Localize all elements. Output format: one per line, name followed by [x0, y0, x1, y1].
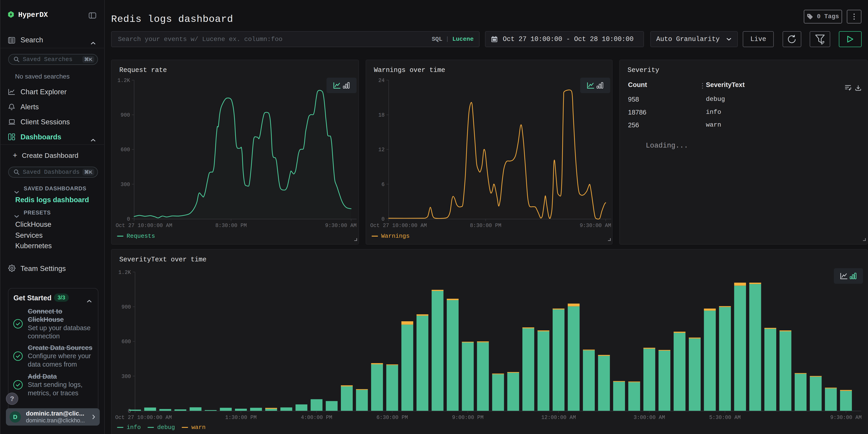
svg-text:300: 300	[122, 374, 131, 379]
svg-text:0: 0	[128, 408, 131, 414]
svg-text:9:30:00 AM: 9:30:00 AM	[325, 223, 356, 228]
svg-text:3:00:00 AM: 3:00:00 AM	[634, 415, 665, 421]
svg-text:4:00:00 PM: 4:00:00 PM	[301, 415, 332, 421]
svg-text:12: 12	[378, 147, 384, 153]
svg-text:900: 900	[121, 112, 130, 118]
svg-text:9:00:00 PM: 9:00:00 PM	[452, 415, 484, 421]
svg-text:8:30:00 PM: 8:30:00 PM	[470, 223, 501, 228]
svg-text:5:30:00 AM: 5:30:00 AM	[709, 415, 741, 421]
svg-text:6:30:00 PM: 6:30:00 PM	[376, 415, 408, 421]
svg-text:12:00:00 AM: 12:00:00 AM	[541, 415, 576, 421]
svg-text:6: 6	[381, 182, 384, 188]
svg-text:300: 300	[121, 182, 130, 188]
svg-text:1.2K: 1.2K	[118, 78, 130, 84]
svg-text:1:30:00 PM: 1:30:00 PM	[225, 415, 257, 421]
svg-text:0: 0	[127, 216, 130, 222]
svg-text:Oct 27 10:00:00 AM: Oct 27 10:00:00 AM	[116, 223, 172, 228]
svg-text:Oct 27 10:00:00 AM: Oct 27 10:00:00 AM	[115, 415, 172, 421]
svg-text:0: 0	[381, 216, 384, 222]
svg-text:24: 24	[378, 78, 384, 84]
svg-text:900: 900	[122, 304, 131, 310]
svg-text:600: 600	[122, 339, 131, 345]
svg-text:18: 18	[378, 112, 384, 118]
svg-text:9:30:00 AM: 9:30:00 AM	[830, 415, 862, 421]
svg-text:9:30:00 AM: 9:30:00 AM	[580, 223, 611, 228]
svg-text:8:30:00 PM: 8:30:00 PM	[215, 223, 247, 228]
svg-text:600: 600	[121, 147, 130, 153]
svg-text:1.2K: 1.2K	[118, 270, 131, 276]
svg-text:Oct 27 10:00:00 AM: Oct 27 10:00:00 AM	[370, 223, 427, 228]
